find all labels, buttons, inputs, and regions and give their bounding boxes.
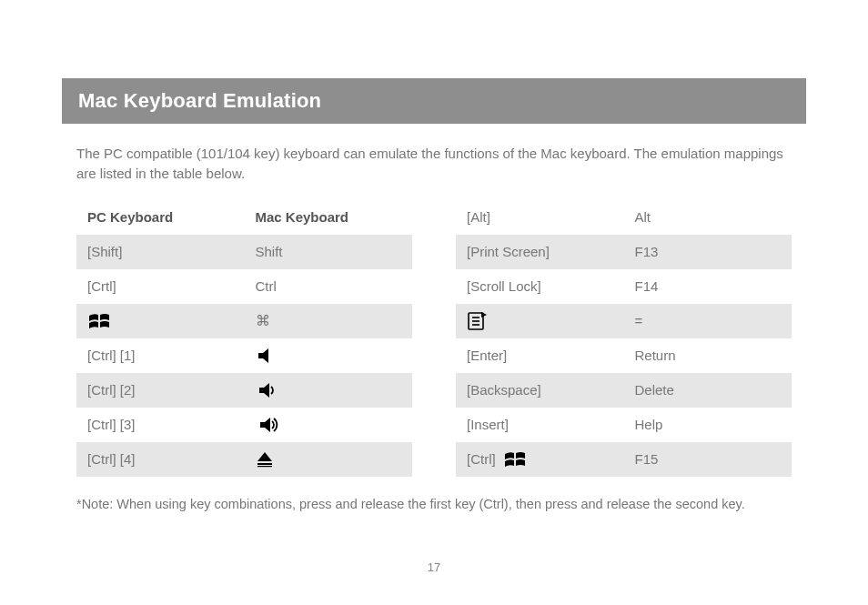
section-title-bar: Mac Keyboard Emulation (62, 78, 806, 124)
pc-cell (76, 307, 245, 336)
tables-container: PC Keyboard Mac Keyboard [Shift] Shift [… (76, 200, 792, 477)
table-header-row: PC Keyboard Mac Keyboard (76, 200, 412, 235)
table-row: [Alt] Alt (456, 200, 792, 235)
mac-cell: ⌘ (245, 307, 413, 335)
mac-cell: Shift (245, 238, 413, 265)
col-header-pc: PC Keyboard (76, 204, 245, 230)
pc-cell (456, 306, 624, 337)
pc-cell: [Ctrl] [2] (76, 377, 245, 403)
mac-cell: Delete (624, 377, 792, 403)
mac-cell: Ctrl (245, 273, 413, 299)
page-number: 17 (0, 560, 868, 574)
pc-cell: [Alt] (456, 204, 624, 230)
mac-cell: F14 (624, 273, 792, 299)
pc-cell: [Scroll Lock] (456, 273, 624, 299)
table-row: [Ctrl] [1] (76, 338, 412, 373)
footnote: *Note: When using key combinations, pres… (76, 495, 792, 513)
speaker-high-icon (256, 416, 285, 434)
pc-cell: [Ctrl] [4] (76, 446, 245, 472)
eject-icon (256, 450, 274, 469)
mac-cell: F15 (624, 446, 792, 472)
pc-cell: [Crtl] (76, 273, 245, 299)
table-row: [Insert] Help (456, 408, 792, 442)
table-row: [Backspace] Delete (456, 373, 792, 408)
col-header-mac: Mac Keyboard (245, 204, 413, 230)
mac-cell (245, 445, 413, 474)
windows-logo-icon (87, 312, 111, 330)
mac-cell: Return (624, 342, 792, 368)
table-row: [Ctrl] [4] (76, 442, 412, 477)
table-row: [Scroll Lock] F14 (456, 269, 792, 304)
table-row: [Ctrl] [3] (76, 408, 412, 442)
pc-cell: [Backspace] (456, 377, 624, 403)
pc-cell: [Print Screen] (456, 238, 624, 265)
pc-cell: [Ctrl] [1] (76, 342, 245, 368)
mac-cell (245, 376, 413, 405)
mac-cell: F13 (624, 238, 792, 265)
speaker-mute-icon (256, 347, 281, 365)
command-icon: ⌘ (256, 312, 270, 329)
right-table: [Alt] Alt [Print Screen] F13 [Scroll Loc… (456, 200, 792, 477)
pc-cell-text: [Ctrl] (467, 451, 496, 467)
pc-cell: [Shift] (76, 238, 245, 265)
table-row: = (456, 304, 792, 338)
table-row: [Ctrl] F15 (456, 442, 792, 477)
mac-cell: = (624, 308, 792, 334)
table-row: [Crtl] Ctrl (76, 269, 412, 304)
speaker-low-icon (256, 381, 283, 399)
table-row: [Shift] Shift (76, 235, 412, 269)
pc-cell: [Enter] (456, 342, 624, 368)
table-row: [Enter] Return (456, 338, 792, 373)
mac-cell (245, 410, 413, 439)
mac-cell (245, 341, 413, 370)
mac-cell: Help (624, 411, 792, 438)
section-title: Mac Keyboard Emulation (78, 89, 321, 112)
pc-cell: [Insert] (456, 411, 624, 438)
pc-cell: [Ctrl] (456, 445, 624, 474)
table-row: ⌘ (76, 304, 412, 338)
document-page: Mac Keyboard Emulation The PC compatible… (0, 0, 868, 513)
table-row: [Print Screen] F13 (456, 235, 792, 269)
windows-logo-icon (503, 450, 527, 469)
table-row: [Ctrl] [2] (76, 373, 412, 408)
pc-cell: [Ctrl] [3] (76, 411, 245, 438)
left-table: PC Keyboard Mac Keyboard [Shift] Shift [… (76, 200, 412, 477)
menu-key-icon (467, 311, 489, 331)
mac-cell: Alt (624, 204, 792, 230)
intro-paragraph: The PC compatible (101/104 key) keyboard… (76, 144, 792, 184)
